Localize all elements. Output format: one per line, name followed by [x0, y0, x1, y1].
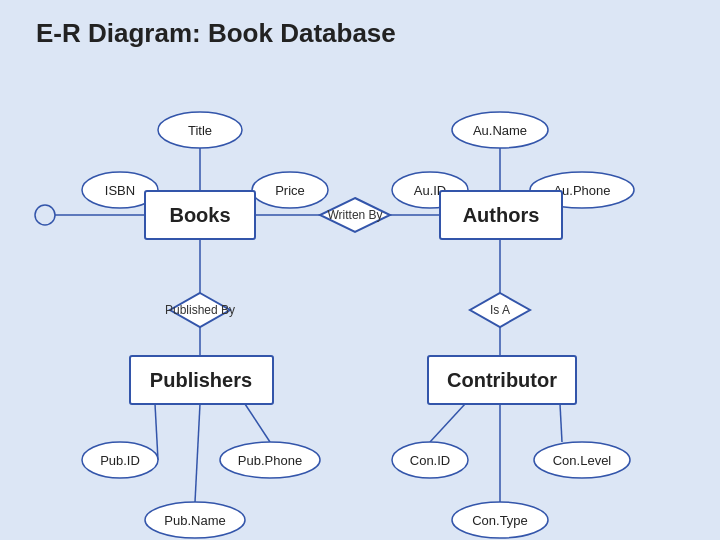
con-type-attr-label: Con.Type	[472, 513, 528, 528]
con-level-attr-label: Con.Level	[553, 453, 612, 468]
is-a-label: Is A	[490, 303, 510, 317]
er-diagram: Title ISBN Price Au.Name Au.ID Au.Phone …	[0, 60, 720, 540]
contributor-entity-label: Contributor	[447, 369, 557, 391]
authors-entity-label: Authors	[463, 204, 540, 226]
con-id-attr-label: Con.ID	[410, 453, 450, 468]
books-entity-label: Books	[169, 204, 230, 226]
pub-phone-attr-label: Pub.Phone	[238, 453, 302, 468]
svg-point-18	[35, 205, 55, 225]
title-attr-label: Title	[188, 123, 212, 138]
publishers-entity-label: Publishers	[150, 369, 252, 391]
page-title: E-R Diagram: Book Database	[36, 18, 396, 49]
published-by-label: Published By	[165, 303, 235, 317]
price-attr-label: Price	[275, 183, 305, 198]
svg-line-15	[430, 404, 465, 442]
svg-line-14	[195, 404, 200, 502]
svg-line-12	[155, 404, 158, 460]
svg-line-13	[245, 404, 270, 442]
pub-name-attr-label: Pub.Name	[164, 513, 225, 528]
au-name-attr-label: Au.Name	[473, 123, 527, 138]
isbn-attr-label: ISBN	[105, 183, 135, 198]
pub-id-attr-label: Pub.ID	[100, 453, 140, 468]
svg-line-16	[560, 404, 562, 442]
written-by-label: Written By	[327, 208, 382, 222]
